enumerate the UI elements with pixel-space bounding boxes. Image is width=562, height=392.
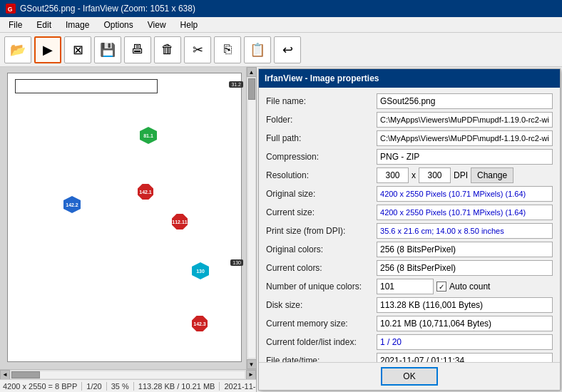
photo-button[interactable]: ⊠ xyxy=(64,36,91,63)
auto-count-label: Auto count xyxy=(449,282,490,292)
status-filesize: 113.28 KB / 10.21 MB xyxy=(138,382,220,391)
props-row-compression: Compression: PNG - ZIP xyxy=(266,149,553,165)
image-inner: 81.1 142.1 142.2 112.11 130 142.3 xyxy=(7,73,242,362)
value-compression: PNG - ZIP xyxy=(377,149,553,165)
h-scroll-thumb[interactable] xyxy=(11,371,40,378)
change-button[interactable]: Change xyxy=(471,167,514,183)
h-scroll-left-btn[interactable]: ◄ xyxy=(0,370,10,380)
unique-colors-group: 101 ✓ Auto count xyxy=(377,279,490,294)
value-filename: GSout256.png xyxy=(377,93,553,109)
res-input-1[interactable]: 300 xyxy=(377,167,409,183)
play-button[interactable]: ▶ xyxy=(34,36,61,63)
v-scroll-up-btn[interactable]: ▲ xyxy=(247,67,257,77)
props-row-datetime: File date/time: 2021-11-07 / 01:11:34 xyxy=(266,353,553,362)
value-curcolors: 256 (8 BitsPerPixel) xyxy=(377,260,553,276)
main-content: 81.1 142.1 142.2 112.11 130 142.3 31.2 1… xyxy=(0,67,562,392)
hex-green: 81.1 xyxy=(140,127,157,144)
status-index: 1/20 xyxy=(86,382,106,391)
h-scrollbar[interactable]: ◄ ► xyxy=(0,369,256,379)
label-fullpath: Full path: xyxy=(266,133,377,143)
value-memsize: 10.21 MB (10,711,064 Bytes) xyxy=(377,316,553,331)
paste-button[interactable]: 📋 xyxy=(244,36,271,63)
value-origsize: 4200 x 2550 Pixels (10.71 MPixels) (1.64… xyxy=(377,186,553,202)
stop-red-112-11: 112.11 xyxy=(172,214,188,229)
save-button[interactable]: 💾 xyxy=(94,36,121,63)
app-icon: G xyxy=(6,4,16,14)
label-cursize: Current size: xyxy=(266,207,377,217)
copy-button[interactable]: ⎘ xyxy=(214,36,241,63)
delete-button[interactable]: 🗑 xyxy=(154,36,181,63)
status-dimensions: 4200 x 2550 = 8 BPP xyxy=(3,382,82,391)
stop-red-142-1: 142.1 xyxy=(138,184,153,200)
label-disksize: Disk size: xyxy=(266,300,377,310)
open-folder-button[interactable]: 📂 xyxy=(4,36,31,63)
value-datetime: 2021-11-07 / 01:11:34 xyxy=(377,353,553,362)
image-viewer: 81.1 142.1 142.2 112.11 130 142.3 31.2 1… xyxy=(0,67,257,392)
value-origcolors: 256 (8 BitsPerPixel) xyxy=(377,242,553,257)
stop-red-142-3: 142.3 xyxy=(192,316,208,331)
v-scroll-thumb[interactable] xyxy=(248,78,255,100)
v-scroll-track[interactable] xyxy=(248,78,255,358)
dpi-label: DPI xyxy=(454,170,468,180)
menu-help[interactable]: Help xyxy=(175,19,204,31)
props-footer: OK xyxy=(259,362,560,390)
print-button[interactable]: 🖶 xyxy=(124,36,151,63)
status-bar: 4200 x 2550 = 8 BPP 1/20 35 % 113.28 KB … xyxy=(0,379,256,392)
value-listindex: 1 / 20 xyxy=(377,334,553,350)
title-bar: G GSout256.png - IrfanView (Zoom: 1051 x… xyxy=(0,0,562,17)
label-memsize: Current memory size: xyxy=(266,319,377,329)
props-row-origcolors: Original colors: 256 (8 BitsPerPixel) xyxy=(266,242,553,257)
hex-cyan-130: 130 xyxy=(192,262,209,279)
props-body: File name: GSout256.png Folder: C:\MyApp… xyxy=(259,88,560,362)
props-row-printsize: Print size (from DPI): 35.6 x 21.6 cm; 1… xyxy=(266,223,553,239)
v-scrollbar[interactable]: ▲ ▼ xyxy=(246,67,256,369)
undo-button[interactable]: ↩ xyxy=(274,36,301,63)
label-folder: Folder: xyxy=(266,115,377,125)
label-origcolors: Original colors: xyxy=(266,244,377,254)
value-printsize: 35.6 x 21.6 cm; 14.00 x 8.50 inches xyxy=(377,223,553,239)
auto-count-row: ✓ Auto count xyxy=(436,282,490,292)
svg-text:G: G xyxy=(8,6,13,13)
ok-button[interactable]: OK xyxy=(381,367,438,386)
v-scroll-down-btn[interactable]: ▼ xyxy=(247,359,257,369)
h-scroll-right-btn[interactable]: ► xyxy=(246,370,256,380)
props-title-bar: IrfanView - Image properties xyxy=(259,69,560,88)
menu-edit[interactable]: Edit xyxy=(31,19,57,31)
value-uniquecolors: 101 xyxy=(377,279,434,294)
cut-button[interactable]: ✂ xyxy=(184,36,211,63)
menu-image[interactable]: Image xyxy=(60,19,95,31)
props-row-memsize: Current memory size: 10.21 MB (10,711,06… xyxy=(266,316,553,331)
props-row-disksize: Disk size: 113.28 KB (116,001 Bytes) xyxy=(266,297,553,313)
menu-options[interactable]: Options xyxy=(98,19,138,31)
menu-file[interactable]: File xyxy=(3,19,28,31)
res-input-2[interactable]: 300 xyxy=(419,167,451,183)
auto-count-checkbox[interactable]: ✓ xyxy=(436,282,446,292)
status-datetime: 2021-11-07 / 01:11 xyxy=(224,382,257,391)
rect-shape xyxy=(15,79,158,93)
menu-view[interactable]: View xyxy=(142,19,172,31)
props-row-fullpath: Full path: C:\MyApps\Viewers\MuPDF\mupdf… xyxy=(266,130,553,146)
hex-blue-142-2: 142.2 xyxy=(63,196,81,213)
label-datetime: File date/time: xyxy=(266,356,377,362)
props-row-folder: Folder: C:\MyApps\Viewers\MuPDF\mupdf-1.… xyxy=(266,112,553,128)
props-row-cursize: Current size: 4200 x 2550 Pixels (10.71 … xyxy=(266,205,553,220)
props-row-origsize: Original size: 4200 x 2550 Pixels (10.71… xyxy=(266,186,553,202)
label-listindex: Current folder/list index: xyxy=(266,337,377,347)
label-curcolors: Current colors: xyxy=(266,263,377,273)
props-row-listindex: Current folder/list index: 1 / 20 xyxy=(266,334,553,350)
menu-bar: File Edit Image Options View Help xyxy=(0,17,562,33)
label-origsize: Original size: xyxy=(266,189,377,199)
props-row-curcolors: Current colors: 256 (8 BitsPerPixel) xyxy=(266,260,553,276)
badge-mid: 130 xyxy=(230,259,243,266)
value-folder: C:\MyApps\Viewers\MuPDF\mupdf-1.19.0-rc2… xyxy=(377,112,553,128)
title-bar-text: GSout256.png - IrfanView (Zoom: 1051 x 6… xyxy=(20,4,195,14)
res-x-separator: x xyxy=(412,170,416,180)
image-canvas: 81.1 142.1 142.2 112.11 130 142.3 31.2 1… xyxy=(0,67,256,369)
h-scroll-track[interactable] xyxy=(11,371,245,378)
label-filename: File name: xyxy=(266,96,377,106)
props-dialog: IrfanView - Image properties File name: … xyxy=(258,68,561,391)
status-zoom: 35 % xyxy=(111,382,134,391)
value-fullpath: C:\MyApps\Viewers\MuPDF\mupdf-1.19.0-rc2… xyxy=(377,130,553,146)
props-row-resolution: Resolution: 300 x 300 DPI Change xyxy=(266,167,553,183)
props-row-uniquecolors: Number of unique colors: 101 ✓ Auto coun… xyxy=(266,279,553,294)
